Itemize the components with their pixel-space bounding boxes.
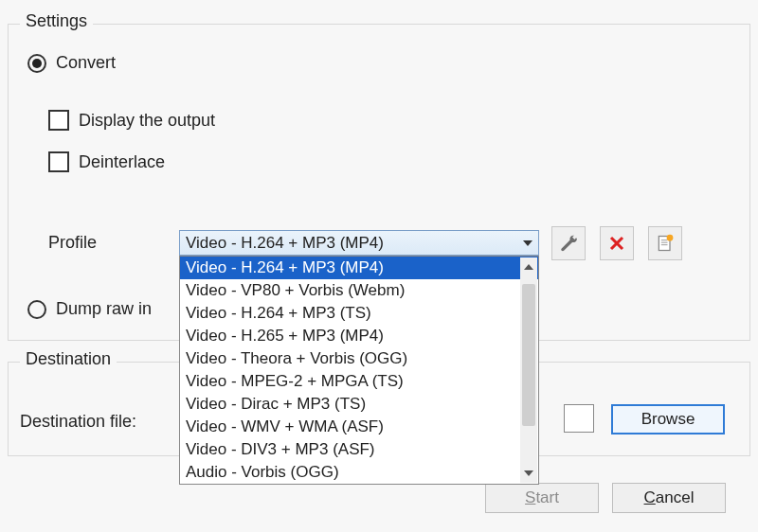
wrench-icon [559,234,578,253]
browse-label: Browse [641,410,695,429]
new-profile-button[interactable] [648,226,682,260]
delete-profile-button[interactable] [600,226,634,260]
cancel-button[interactable]: Cancel [612,483,726,513]
convert-label: Convert [56,53,116,73]
new-document-icon [656,234,675,253]
list-item[interactable]: Video - DIV3 + MP3 (ASF) [180,438,538,461]
display-output-checkbox[interactable]: Display the output [48,110,215,131]
destination-file-label: Destination file: [20,412,136,432]
scrollbar[interactable] [520,257,537,483]
radio-dot-icon [27,54,46,73]
chevron-down-icon [523,240,532,246]
settings-fieldset: Settings Convert Display the output Dein… [8,24,750,341]
list-item[interactable]: Video - MPEG-2 + MPGA (TS) [180,370,538,393]
profile-selected-value: Video - H.264 + MP3 (MP4) [186,234,384,253]
list-item[interactable]: Video - Dirac + MP3 (TS) [180,393,538,416]
scroll-up-icon[interactable] [520,257,537,276]
destination-file-input[interactable] [564,404,594,433]
convert-radio[interactable]: Convert [27,53,116,73]
scroll-down-icon[interactable] [520,464,537,483]
list-item[interactable]: Video - H.264 + MP3 (MP4) [180,257,538,279]
list-item[interactable]: Video - H.265 + MP3 (MP4) [180,325,538,347]
display-output-label: Display the output [79,111,215,131]
edit-profile-button[interactable] [551,226,586,260]
list-item[interactable]: Video - H.264 + MP3 (TS) [180,302,538,325]
settings-legend: Settings [20,11,93,31]
list-item[interactable]: Video - WMV + WMA (ASF) [180,416,538,438]
close-icon [608,235,625,252]
profile-dropdown-list[interactable]: Video - H.264 + MP3 (MP4) Video - VP80 +… [179,256,539,485]
destination-legend: Destination [20,349,117,369]
list-item[interactable]: Video - Theora + Vorbis (OGG) [180,347,538,370]
profile-combobox[interactable]: Video - H.264 + MP3 (MP4) [179,230,539,256]
dump-raw-label: Dump raw in [56,299,152,319]
scroll-thumb[interactable] [522,284,535,426]
checkbox-icon [48,110,69,131]
dump-raw-radio[interactable]: Dump raw in [27,299,152,319]
footer-bar: Start Cancel [8,483,750,523]
list-item[interactable]: Video - VP80 + Vorbis (Webm) [180,279,538,302]
profile-label: Profile [48,233,97,253]
start-remainder: tart [535,488,559,506]
cancel-remainder: ancel [656,488,695,506]
browse-button[interactable]: Browse [611,404,725,434]
checkbox-icon [48,151,69,172]
start-button[interactable]: Start [485,483,599,513]
deinterlace-checkbox[interactable]: Deinterlace [48,151,165,172]
radio-dot-icon [27,300,46,319]
deinterlace-label: Deinterlace [79,152,165,172]
svg-point-4 [667,235,674,241]
list-item[interactable]: Audio - Vorbis (OGG) [180,461,538,484]
